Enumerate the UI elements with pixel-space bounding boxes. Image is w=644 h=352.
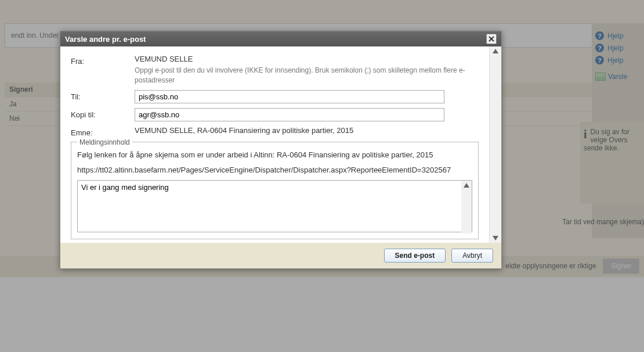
modal-content: Fra: VEMUND SELLE Oppgi e-post til den d… [60, 46, 489, 243]
message-url-text: https://tt02.altinn.basefarm.net/Pages/S… [77, 165, 472, 175]
to-input[interactable] [135, 90, 444, 103]
fieldset-legend: Meldingsinnhold [77, 138, 132, 146]
cc-label: Kopi til: [71, 108, 135, 119]
modal-scrollbar[interactable] [489, 46, 501, 243]
modal-titlebar: Varsle andre pr. e-post [60, 31, 501, 46]
close-button[interactable] [486, 34, 497, 44]
cancel-button[interactable]: Avbryt [451, 249, 493, 263]
from-value: VEMUND SELLE [135, 55, 479, 63]
from-helper: Oppgi e-post til den du vil involvere (I… [135, 66, 477, 85]
subject-value: VEMUND SELLE, RA-0604 Finansiering av po… [135, 126, 353, 135]
modal-title: Varsle andre pr. e-post [65, 35, 146, 44]
textarea-scrollbar[interactable] [461, 181, 472, 234]
message-body-input[interactable] [77, 180, 472, 232]
send-email-button[interactable]: Send e-post [384, 249, 446, 263]
message-link-text: Følg lenken for å åpne skjema som er und… [77, 150, 472, 160]
subject-label: Emne: [71, 126, 135, 137]
chevron-up-icon [464, 183, 469, 188]
chevron-down-icon [493, 236, 498, 240]
close-icon [489, 36, 494, 42]
message-fieldset: Meldingsinnhold Følg lenken for å åpne s… [71, 142, 479, 239]
from-label: Fra: [71, 55, 135, 66]
modal-footer: Send e-post Avbryt [60, 243, 501, 268]
email-modal: Varsle andre pr. e-post Fra: VEMUND SELL… [60, 31, 502, 269]
chevron-up-icon [493, 49, 498, 53]
to-label: Til: [71, 90, 135, 101]
cc-input[interactable] [135, 108, 444, 121]
